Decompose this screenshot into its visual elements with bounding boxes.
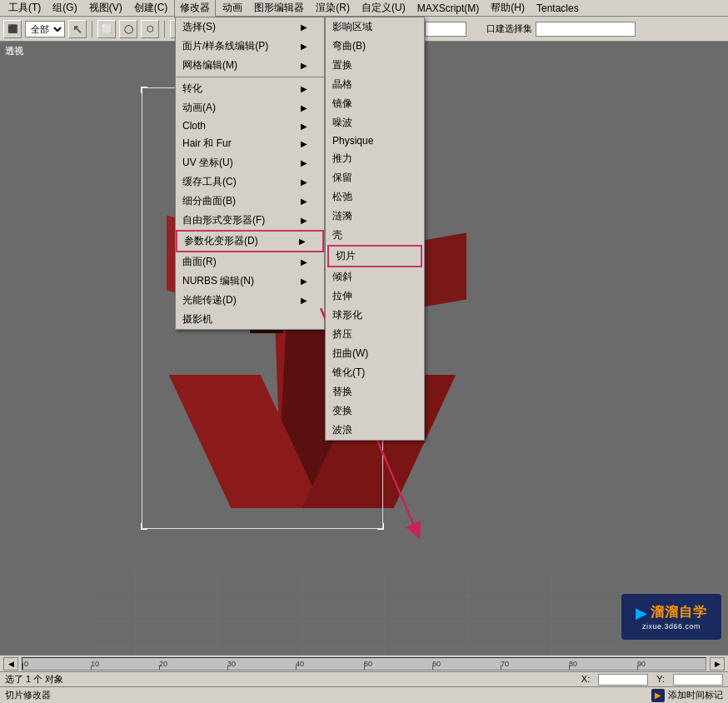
submenu-arrow: ▶ <box>301 61 307 70</box>
submenu-arrow: ▶ <box>301 22 307 32</box>
submenu-arrow: ▶ <box>299 237 306 246</box>
menu-parametric[interactable]: 参数化变形器(D) ▶ <box>176 230 324 252</box>
sub-lattice[interactable]: 晶格 <box>326 75 424 94</box>
menu-customize[interactable]: 自定义(U) <box>357 0 411 17</box>
submenu-arrow: ▶ <box>301 177 307 187</box>
coord-x-input[interactable] <box>598 674 648 686</box>
tick-label-30: 30 <box>227 660 236 668</box>
toolbar-select-btn[interactable]: ↖ <box>68 20 87 38</box>
tick-label-90: 90 <box>637 660 646 668</box>
timeline-back[interactable]: ◀ <box>3 657 18 671</box>
tick-label-70: 70 <box>501 660 509 668</box>
sub-physique[interactable]: Physique <box>326 132 424 149</box>
menu-patch[interactable]: 面片/样条线编辑(P) ▶ <box>176 37 324 56</box>
tick-label-0: 0 <box>24 660 28 668</box>
menu-sep1 <box>176 77 324 77</box>
toolbar-btn2[interactable]: ⬜ <box>97 20 116 38</box>
menu-uv[interactable]: UV 坐标(U) ▶ <box>176 153 324 172</box>
menu-bar: 工具(T) 组(G) 视图(V) 创建(C) 修改器 动画 图形编辑器 渲染(R… <box>0 0 728 17</box>
tick-label-40: 40 <box>296 660 304 668</box>
parametric-submenu: 影响区域 弯曲(B) 置换 晶格 镜像 噪波 Physique 推力 保留 松弛… <box>325 17 425 441</box>
tick-label-80: 80 <box>569 660 577 668</box>
render-name-field[interactable] <box>425 22 466 37</box>
sub-squeeze[interactable]: 挤压 <box>326 325 424 344</box>
sub-affect-region[interactable]: 影响区域 <box>326 17 424 37</box>
menu-group[interactable]: 组(G) <box>47 0 82 17</box>
timeline-ruler[interactable]: 0 10 20 30 40 50 60 70 80 90 <box>22 657 706 671</box>
sub-xform[interactable]: 变换 <box>326 401 424 421</box>
coord-y-label: Y: <box>656 674 665 686</box>
menu-hair[interactable]: Hair 和 Fur ▶ <box>176 134 324 153</box>
submenu-arrow: ▶ <box>301 216 307 225</box>
menu-cloth[interactable]: Cloth ▶ <box>176 117 324 134</box>
menu-modifier[interactable]: 修改器 <box>174 0 216 17</box>
timeline: ◀ 0 10 20 30 40 50 60 70 80 90 ▶ <box>0 655 728 671</box>
submenu-arrow: ▶ <box>301 158 307 167</box>
menu-mesh[interactable]: 网格编辑(M) ▶ <box>176 56 324 75</box>
toolbar-btn4[interactable]: ⬡ <box>141 20 159 38</box>
modifier-name: 切片修改器 <box>5 689 51 701</box>
selection-set-input[interactable] <box>536 22 636 37</box>
submenu-arrow: ▶ <box>301 277 307 286</box>
watermark-logo: ▶ 溜溜自学 zixue.3d66.com <box>621 594 721 640</box>
menu-help[interactable]: 帮助(H) <box>486 0 530 17</box>
sub-substitute[interactable]: 替换 <box>326 382 424 401</box>
logo-text-main: 溜溜自学 <box>651 604 707 621</box>
coord-x-label: X: <box>581 674 590 686</box>
submenu-arrow: ▶ <box>301 103 307 112</box>
menu-camera[interactable]: 摄影机 <box>176 310 324 329</box>
menu-cache[interactable]: 缓存工具(C) ▶ <box>176 172 324 192</box>
sub-noise[interactable]: 噪波 <box>326 113 424 132</box>
menu-subdivide[interactable]: 细分曲面(B) ▶ <box>176 192 324 211</box>
add-time-icon[interactable]: ▶ <box>651 689 665 702</box>
status-bar: 选了 1 个 对象 X: Y: <box>0 671 728 686</box>
sub-twist[interactable]: 扭曲(W) <box>326 344 424 363</box>
submenu-arrow: ▶ <box>301 257 307 267</box>
tick-label-10: 10 <box>91 660 99 668</box>
timeline-forward[interactable]: ▶ <box>710 657 725 671</box>
sub-bend[interactable]: 弯曲(B) <box>326 37 424 56</box>
menu-create[interactable]: 创建(C) <box>129 0 173 17</box>
menu-animation[interactable]: 动画 <box>217 0 247 17</box>
menu-tools[interactable]: 工具(T) <box>3 0 46 17</box>
menu-nurbs[interactable]: NURBS 编辑(N) ▶ <box>176 272 324 291</box>
sub-mirror[interactable]: 镜像 <box>326 94 424 113</box>
menu-graph-editor[interactable]: 图形编辑器 <box>249 0 309 17</box>
toolbar-sep2 <box>164 21 165 37</box>
menu-radiosity[interactable]: 光能传递(D) ▶ <box>176 291 324 310</box>
sub-stretch[interactable]: 拉伸 <box>326 287 424 306</box>
sub-spherify[interactable]: 球形化 <box>326 306 424 325</box>
toolbar-icon1[interactable]: ⬛ <box>3 20 22 38</box>
sub-wave[interactable]: 波浪 <box>326 421 424 440</box>
menu-ffd[interactable]: 自由形式变形器(F) ▶ <box>176 211 324 230</box>
menu-convert[interactable]: 转化 ▶ <box>176 79 324 98</box>
sub-push[interactable]: 推力 <box>326 149 424 168</box>
add-time-label[interactable]: 添加时间标记 <box>668 689 723 701</box>
menu-render[interactable]: 渲染(R) <box>311 0 355 17</box>
sub-displace[interactable]: 置换 <box>326 56 424 75</box>
sub-slice[interactable]: 切片 <box>327 245 422 267</box>
menu-view[interactable]: 视图(V) <box>84 0 127 17</box>
menu-select[interactable]: 选择(S) ▶ <box>176 17 324 37</box>
menu-surface[interactable]: 曲面(R) ▶ <box>176 252 324 272</box>
logo-text-sub: zixue.3d66.com <box>642 622 701 631</box>
sub-shell[interactable]: 壳 <box>326 226 424 245</box>
menu-anim[interactable]: 动画(A) ▶ <box>176 98 324 117</box>
menu-tentacles[interactable]: Tentacles <box>531 1 584 16</box>
logo-play-icon: ▶ <box>636 604 647 622</box>
modify-menu: 选择(S) ▶ 面片/样条线编辑(P) ▶ 网格编辑(M) ▶ 转化 ▶ 动画(… <box>175 17 325 330</box>
sub-relax[interactable]: 松弛 <box>326 187 424 207</box>
submenu-arrow: ▶ <box>301 197 307 206</box>
sub-preserve[interactable]: 保留 <box>326 168 424 187</box>
sub-ripple[interactable]: 涟漪 <box>326 207 424 226</box>
coord-y-input[interactable] <box>673 674 723 686</box>
tick-label-60: 60 <box>432 660 441 668</box>
sub-skew[interactable]: 倾斜 <box>326 267 424 287</box>
menu-maxscript[interactable]: MAXScript(M) <box>412 1 485 16</box>
create-selection-label: 口建选择集 <box>486 22 532 35</box>
sub-taper[interactable]: 锥化(T) <box>326 363 424 382</box>
submenu-arrow: ▶ <box>301 122 307 131</box>
toolbar-btn3[interactable]: ◯ <box>119 20 137 38</box>
select-all-dropdown[interactable]: 全部 <box>25 21 65 37</box>
submenu-arrow: ▶ <box>301 296 307 305</box>
